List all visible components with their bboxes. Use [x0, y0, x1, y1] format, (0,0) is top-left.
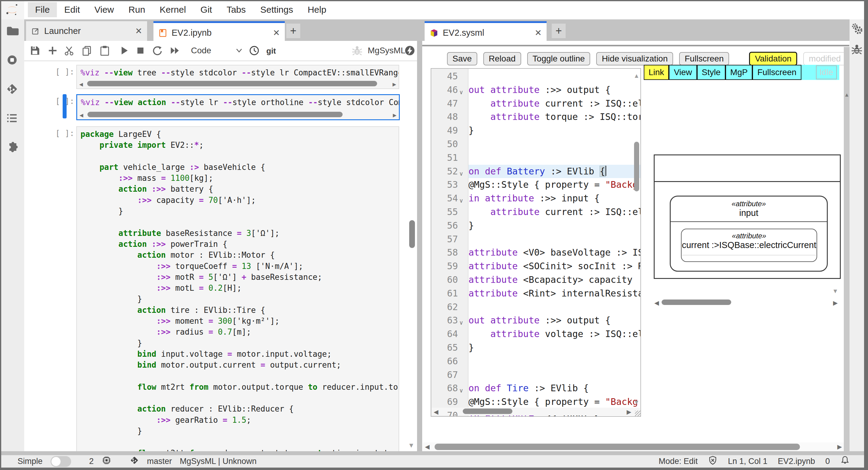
editor-scroll-up-icon[interactable]: ▲	[633, 72, 640, 79]
table-of-contents-icon[interactable]	[5, 112, 19, 125]
cell-code[interactable]: %viz --view tree --style stdcolor --styl…	[81, 67, 399, 78]
cut-icon[interactable]	[64, 45, 76, 57]
git-branch-icon[interactable]	[5, 82, 19, 96]
chevron-down-icon[interactable]	[235, 46, 247, 58]
property-inspector-gears-icon[interactable]	[850, 22, 864, 36]
menu-item-view[interactable]: View	[87, 2, 121, 17]
diagram-input-node[interactable]: «attribute» input «attribute» current :>…	[670, 196, 828, 272]
tab-launcher[interactable]: Launcher✕	[26, 21, 147, 41]
viz-horizontal-scrollbar[interactable]: ◀ ▶	[654, 299, 839, 307]
viz-view-button[interactable]: View	[669, 65, 697, 80]
code-cell[interactable]: %viz --view tree --style stdcolor --styl…	[76, 65, 399, 89]
scroll-left-icon[interactable]: ◀	[80, 112, 83, 119]
kernel-status[interactable]: MgSysML | Unknown	[180, 457, 257, 466]
editor-scroll-down-icon[interactable]: ▼	[633, 399, 640, 406]
cell-type-dropdown[interactable]: Code	[191, 46, 211, 55]
viz-scroll-left-icon[interactable]: ◀	[654, 299, 659, 306]
right-panel-vertical-scrollbar[interactable]: ▲	[844, 47, 849, 451]
fold-chevron-icon[interactable]: ∨	[459, 387, 463, 394]
viz-link-button[interactable]: Link	[644, 65, 669, 80]
menu-item-edit[interactable]: Edit	[57, 2, 87, 17]
simple-mode-toggle[interactable]	[51, 456, 71, 467]
cell-collapser[interactable]	[63, 94, 67, 118]
menu-item-settings[interactable]: Settings	[253, 2, 300, 17]
restart-icon[interactable]	[151, 45, 164, 57]
new-tab-button[interactable]: +	[552, 24, 566, 38]
git-toolbar-label[interactable]: git	[266, 46, 276, 56]
diagram-current-node[interactable]: «attribute» current :>ISQBase::electricC…	[681, 229, 817, 262]
editor-horizontal-scrollbar[interactable]: ◀ ▶	[432, 408, 640, 415]
bell-icon[interactable]	[840, 456, 850, 467]
fold-chevron-icon[interactable]: ∨	[459, 197, 463, 204]
cursor-position[interactable]: Ln 1, Col 1	[728, 457, 768, 466]
scroll-right-icon[interactable]: ▶	[393, 112, 397, 119]
close-icon[interactable]: ✕	[273, 28, 280, 38]
editor-vertical-scrollbar[interactable]	[634, 142, 639, 192]
right-panel-scroll-up-icon[interactable]: ▲	[844, 92, 849, 98]
cell-horizontal-scrollbar[interactable]: ◀▶	[79, 111, 398, 118]
save-icon[interactable]	[29, 45, 42, 57]
shield-x-icon[interactable]	[708, 456, 718, 467]
cell-code[interactable]: %viz --view action --style lr --style or…	[81, 97, 399, 108]
viz-scroll-right-icon[interactable]: ▶	[833, 299, 838, 306]
viz-scroll-down-icon[interactable]: ▼	[832, 288, 838, 295]
kernel-name[interactable]: MgSysML	[368, 46, 405, 55]
tab-ev2-ipynb[interactable]: EV2.ipynb✕	[153, 21, 285, 43]
add-cell-icon[interactable]	[46, 45, 59, 57]
notebook-scroll-down-icon[interactable]: ▼	[408, 442, 415, 449]
debugger-bug-icon[interactable]	[850, 43, 864, 56]
menu-item-git[interactable]: Git	[193, 2, 219, 17]
cell-hscroll-thumb[interactable]	[87, 81, 377, 86]
git-branch-name[interactable]: master	[147, 457, 172, 466]
scroll-left-icon[interactable]: ◀	[79, 81, 83, 88]
viz-hscroll-thumb[interactable]	[661, 299, 731, 305]
fold-chevron-icon[interactable]: ∨	[459, 89, 463, 96]
close-icon[interactable]: ✕	[535, 28, 542, 38]
menu-item-help[interactable]: Help	[300, 2, 334, 17]
validation-button[interactable]: Validation	[749, 52, 797, 66]
right-panel-scroll-left-icon[interactable]: ◀	[425, 443, 430, 450]
panel-splitter[interactable]	[417, 41, 422, 451]
reload-button[interactable]: Reload	[483, 52, 521, 65]
fullscreen-button[interactable]: Fullscreen	[679, 52, 729, 65]
viz-style-button[interactable]: Style	[697, 65, 725, 80]
copy-icon[interactable]	[81, 45, 94, 57]
cell-hscroll-thumb[interactable]	[88, 112, 343, 117]
git-branch-icon[interactable]	[129, 456, 139, 467]
editor-hscroll-thumb[interactable]	[463, 409, 513, 414]
chip-icon[interactable]	[102, 456, 112, 467]
sysml-code-editor[interactable]: out attribute :>> output { attribute cur…	[431, 68, 641, 417]
paste-icon[interactable]	[99, 45, 112, 57]
editor-code-area[interactable]: out attribute :>> output { attribute cur…	[468, 69, 641, 416]
stop-icon[interactable]	[134, 45, 147, 57]
right-panel-horizontal-scrollbar[interactable]: ◀ ▶	[423, 442, 844, 451]
menu-item-tabs[interactable]: Tabs	[219, 2, 253, 17]
tab-ev2-sysml[interactable]: EV2.sysml✕	[425, 21, 547, 43]
debugger-bug-icon[interactable]	[351, 45, 364, 57]
code-cell[interactable]: %viz --view action --style lr --style or…	[76, 94, 400, 120]
viz-fullscreen-button[interactable]: Fullscreen	[752, 65, 801, 80]
hide-visualization-button[interactable]: Hide visualization	[596, 52, 673, 65]
mode-indicator[interactable]: Mode: Edit	[658, 457, 698, 466]
code-cell[interactable]: package LargeEV { private import EV2::*;…	[76, 126, 399, 451]
scroll-right-icon[interactable]: ▶	[393, 81, 396, 88]
right-panel-hscroll-thumb[interactable]	[435, 444, 800, 450]
notebook-vertical-scrollbar[interactable]	[409, 220, 415, 248]
menu-item-run[interactable]: Run	[121, 2, 153, 17]
close-icon[interactable]: ✕	[135, 26, 142, 36]
history-clock-icon[interactable]	[248, 45, 261, 57]
viz-mgp-button[interactable]: MgP	[725, 65, 753, 80]
fold-chevron-icon[interactable]: ∨	[459, 319, 463, 326]
kernel-bolt-icon[interactable]	[404, 45, 416, 57]
menu-item-file[interactable]: File	[28, 2, 57, 17]
fast-forward-icon[interactable]	[169, 45, 182, 57]
save-button[interactable]: Save	[447, 52, 477, 65]
toggle-outline-button[interactable]: Toggle outline	[527, 52, 590, 65]
run-icon[interactable]	[118, 45, 131, 57]
menu-item-kernel[interactable]: Kernel	[153, 2, 193, 17]
right-panel-scroll-right-icon[interactable]: ▶	[837, 443, 842, 450]
editor-resize-handle[interactable]	[635, 411, 641, 416]
editor-scroll-right-icon[interactable]: ▶	[627, 408, 631, 415]
cell-horizontal-scrollbar[interactable]: ◀▶	[78, 80, 397, 87]
extension-puzzle-icon[interactable]	[5, 141, 19, 154]
